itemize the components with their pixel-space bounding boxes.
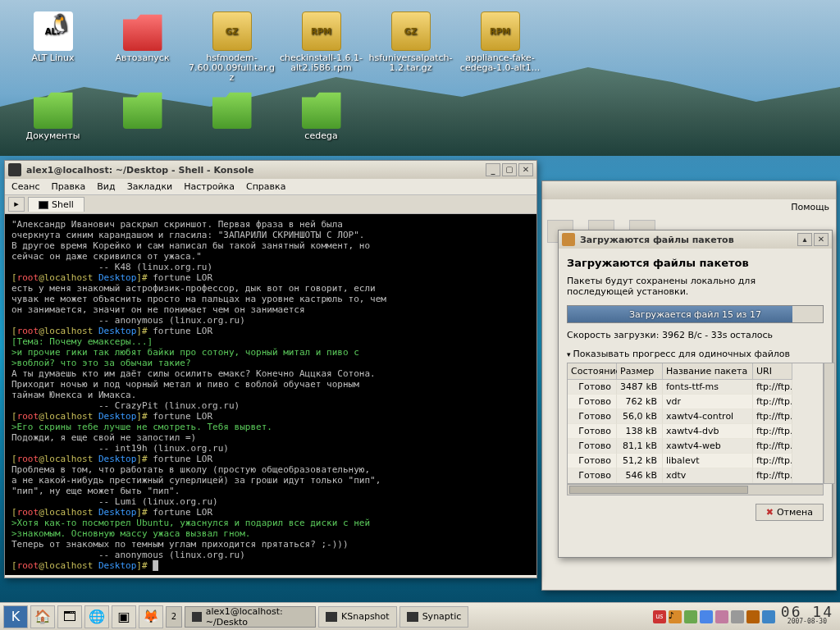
close-button[interactable]: ✕ bbox=[814, 233, 829, 246]
table-cell: fonts-ttf-ms bbox=[663, 380, 753, 395]
package-icon: RPM bbox=[481, 11, 520, 51]
column-header[interactable]: Состояние bbox=[568, 363, 617, 380]
icon-label: checkinstall-1.6.1-alt2.i586.rpm bbox=[278, 53, 364, 73]
icon-label: hsfmodem-7.60.00.09full.tar.gz bbox=[189, 53, 275, 83]
desktop-icon[interactable]: Автозапуск bbox=[99, 11, 185, 83]
desktop-icon[interactable]: RPMappliance-fake-cedega-1.0-alt1... bbox=[457, 11, 543, 83]
tray-icon[interactable] bbox=[715, 610, 728, 623]
desktop-icon[interactable]: ALTALT Linux bbox=[10, 11, 96, 83]
menu-item[interactable]: Сеанс bbox=[11, 181, 39, 192]
menu-item[interactable]: Закладки bbox=[127, 181, 173, 192]
folder-icon bbox=[123, 11, 162, 51]
desktop-icon[interactable]: Документы bbox=[10, 89, 96, 141]
table-row[interactable]: Готово56,0 kBxawtv4-controlftp://ftp.a bbox=[568, 409, 823, 424]
menu-item[interactable]: Правка bbox=[51, 181, 85, 192]
icon-label: Документы bbox=[10, 131, 96, 141]
titlebar[interactable]: alex1@localhost: ~/Desktop - Shell - Kon… bbox=[5, 161, 536, 179]
minimize-button[interactable]: _ bbox=[486, 163, 500, 176]
table-row[interactable]: Готово138 kBxawtv4-dvbftp://ftp.a bbox=[568, 424, 823, 439]
table-cell: xdtv bbox=[663, 468, 753, 483]
shade-button[interactable]: ▴ bbox=[797, 233, 812, 246]
desktop-icon[interactable] bbox=[99, 89, 185, 141]
show-desktop-button[interactable]: 🗔 bbox=[57, 605, 82, 628]
desktop-icon[interactable]: GZhsfmodem-7.60.00.09full.tar.gz bbox=[189, 11, 275, 83]
titlebar[interactable] bbox=[542, 181, 836, 199]
keyboard-layout[interactable]: us bbox=[653, 610, 666, 623]
tray-icon[interactable] bbox=[746, 610, 760, 623]
taskbar[interactable]: K 🏠 🗔 🌐 ▣ 🦊 2 alex1@localhost: ~/DesktoK… bbox=[0, 602, 840, 630]
terminal-icon bbox=[39, 201, 48, 209]
download-speed: Скорость загрузки: 3962 B/c - 33s остало… bbox=[567, 330, 824, 340]
table-cell: 51,2 kB bbox=[617, 454, 663, 468]
taskbar-task[interactable]: alex1@localhost: ~/Deskto bbox=[185, 606, 316, 628]
task-icon bbox=[192, 612, 202, 622]
table-cell: Готово bbox=[568, 424, 617, 439]
table-cell: ftp://ftp.a bbox=[753, 395, 792, 409]
table-header[interactable]: СостояниеРазмерНазвание пакетаURI bbox=[568, 363, 823, 380]
tray-icon[interactable] bbox=[700, 610, 713, 623]
column-header[interactable]: Название пакета bbox=[663, 363, 753, 380]
tray-icon[interactable] bbox=[762, 610, 775, 623]
scrollbar-horizontal[interactable] bbox=[567, 484, 824, 495]
menubar[interactable]: Помощь bbox=[542, 199, 836, 215]
table-cell: 81,1 kB bbox=[617, 439, 663, 454]
table-cell: ftp://ftp.a bbox=[753, 424, 792, 439]
konsole-window[interactable]: alex1@localhost: ~/Desktop - Shell - Kon… bbox=[4, 160, 537, 578]
kmenu-button[interactable]: K bbox=[3, 605, 28, 628]
menu-item[interactable]: Настройка bbox=[184, 181, 235, 192]
konqueror-button[interactable]: 🌐 bbox=[84, 605, 109, 628]
desktop-icon[interactable] bbox=[189, 89, 275, 141]
download-dialog[interactable]: Загружаются файлы пакетов ▴ ✕ Загружаютс… bbox=[558, 230, 833, 558]
menu-help[interactable]: Помощь bbox=[791, 202, 829, 212]
tray-icon[interactable] bbox=[731, 610, 744, 623]
tab-shell[interactable]: Shell bbox=[28, 197, 84, 212]
taskbar-task[interactable]: KSnapshot bbox=[318, 606, 397, 628]
table-row[interactable]: Готово3487 kBfonts-ttf-msftp://ftp.a bbox=[568, 380, 823, 395]
column-header[interactable]: URI bbox=[753, 363, 792, 380]
cancel-icon: ✖ bbox=[766, 507, 774, 518]
icon-label: appliance-fake-cedega-1.0-alt1... bbox=[457, 53, 543, 73]
table-row[interactable]: Готово81,1 kBxawtv4-webftp://ftp.a bbox=[568, 439, 823, 454]
dialog-description: Пакеты будут сохранены локально для посл… bbox=[567, 276, 824, 297]
maximize-button[interactable]: ▢ bbox=[502, 163, 517, 176]
terminal-button[interactable]: ▣ bbox=[112, 605, 136, 628]
table-row[interactable]: Готово762 kBvdrftp://ftp.a bbox=[568, 395, 823, 409]
tab-bar[interactable]: ▸ Shell bbox=[5, 194, 536, 214]
table-row[interactable]: Готово51,2 kBlibalevtftp://ftp.a bbox=[568, 454, 823, 468]
desktop-icon[interactable]: RPMcheckinstall-1.6.1-alt2.i586.rpm bbox=[278, 11, 364, 83]
titlebar[interactable]: Загружаются файлы пакетов ▴ ✕ bbox=[559, 231, 832, 249]
cancel-button[interactable]: ✖ Отмена bbox=[756, 504, 824, 521]
close-button[interactable]: ✕ bbox=[518, 163, 533, 176]
table-cell: Готово bbox=[568, 395, 617, 409]
scrollbar-vertical[interactable] bbox=[824, 363, 835, 484]
menubar[interactable]: СеансПравкаВидЗакладкиНастройкаСправка bbox=[5, 179, 536, 194]
toggle-file-progress[interactable]: Показывать прогресс для одиночных файлов bbox=[567, 349, 824, 359]
dialog-heading: Загружаются файлы пакетов bbox=[567, 257, 824, 269]
system-tray[interactable]: us ♪ 06 14 2007-08-30 bbox=[653, 607, 837, 627]
folder-icon bbox=[302, 89, 341, 129]
progress-bar: Загружается файл 15 из 17 bbox=[567, 305, 824, 323]
table-cell: Готово bbox=[568, 468, 617, 483]
taskbar-task[interactable]: Synaptic bbox=[399, 606, 469, 628]
desktop-icon[interactable]: GZhsfuniversalpatch-1.2.tar.gz bbox=[368, 11, 454, 83]
table-row[interactable]: Готово546 kBxdtvftp://ftp.a bbox=[568, 468, 823, 483]
icon-label: hsfuniversalpatch-1.2.tar.gz bbox=[368, 53, 454, 73]
desktop-pager[interactable]: 2 bbox=[166, 606, 182, 628]
clock[interactable]: 06 14 2007-08-30 bbox=[778, 607, 837, 627]
progress-text: Загружается файл 15 из 17 bbox=[568, 306, 823, 322]
new-tab-button[interactable]: ▸ bbox=[8, 197, 25, 212]
terminal-output[interactable]: "Александр Иванович раскрыл скриншот. Пе… bbox=[5, 214, 536, 575]
package-icon: GZ bbox=[212, 11, 252, 51]
tray-icon[interactable] bbox=[684, 610, 697, 623]
column-header[interactable]: Размер bbox=[617, 363, 663, 380]
desktop-icon[interactable]: cedega bbox=[278, 89, 364, 141]
table-cell: ftp://ftp.a bbox=[753, 439, 792, 454]
menu-item[interactable]: Вид bbox=[97, 181, 115, 192]
firefox-button[interactable]: 🦊 bbox=[139, 605, 163, 628]
table-cell: Готово bbox=[568, 439, 617, 454]
table-cell: 138 kB bbox=[617, 424, 663, 439]
tray-icon[interactable]: ♪ bbox=[669, 610, 682, 623]
table-cell: 56,0 kB bbox=[617, 409, 663, 424]
home-button[interactable]: 🏠 bbox=[30, 605, 55, 628]
menu-item[interactable]: Справка bbox=[246, 181, 285, 192]
